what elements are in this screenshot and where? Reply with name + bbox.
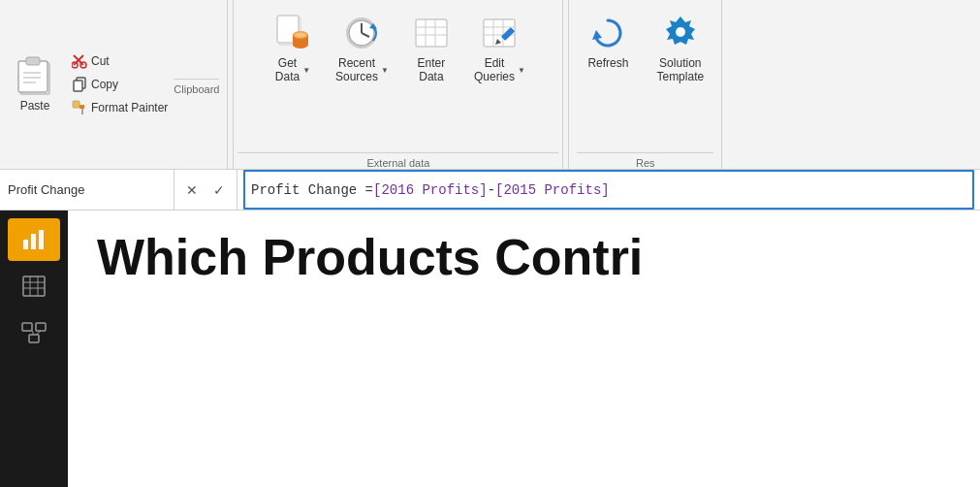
cancel-formula-button[interactable]: ✕ (180, 179, 204, 202)
formula-part1: [2016 Profits] (373, 182, 488, 198)
edit-queries-label: Edit Queries ▼ (474, 56, 525, 84)
clipboard-group: Paste Cut (0, 0, 228, 169)
svg-rect-11 (74, 81, 82, 91)
formula-part2: [2015 Profits] (495, 182, 610, 198)
svg-marker-37 (592, 30, 602, 40)
cut-label: Cut (91, 54, 110, 68)
refresh-button[interactable]: Refresh (577, 6, 639, 76)
recent-sources-label: Recent Sources ▼ (335, 56, 389, 84)
external-data-group: Get Data ▼ (234, 0, 563, 169)
format-painter-icon (72, 100, 87, 115)
copy-icon (72, 77, 87, 92)
formula-controls: ✕ ✓ (174, 170, 237, 210)
svg-rect-25 (416, 19, 447, 47)
copy-button[interactable]: Copy (66, 74, 174, 95)
copy-label: Copy (91, 78, 118, 91)
refresh-icon (586, 12, 629, 54)
paste-button[interactable]: Paste (8, 50, 66, 118)
paste-label: Paste (20, 99, 50, 113)
model-icon (20, 319, 47, 346)
svg-rect-40 (31, 234, 36, 249)
edit-queries-icon (478, 12, 521, 54)
format-painter-button[interactable]: Format Painter (66, 97, 174, 118)
svg-rect-48 (36, 323, 46, 331)
scissors-icon (72, 53, 87, 69)
recent-sources-arrow: ▼ (381, 66, 389, 76)
svg-rect-12 (73, 101, 79, 108)
paste-icon (14, 54, 56, 97)
refresh-label: Refresh (587, 56, 628, 70)
edit-queries-button[interactable]: Edit Queries ▼ (464, 6, 535, 90)
svg-rect-1 (18, 61, 47, 92)
formula-bar: Profit Change ✕ ✓ Profit Change = [2016 … (0, 170, 980, 211)
ribbon: Paste Cut (0, 0, 980, 170)
svg-rect-42 (23, 276, 45, 296)
get-data-button[interactable]: Get Data ▼ (262, 6, 324, 90)
chart-icon (20, 226, 47, 253)
svg-rect-2 (26, 57, 40, 65)
solution-template-label: Solution Template (656, 56, 704, 84)
sidebar-item-model[interactable] (8, 311, 60, 354)
recent-sources-button[interactable]: Recent Sources ▼ (326, 6, 398, 90)
svg-point-38 (676, 27, 685, 37)
clipboard-small-buttons: Cut Copy Format Painter (66, 50, 174, 118)
recent-sources-icon (340, 12, 383, 54)
page-title: Which Products Contri (97, 230, 643, 285)
svg-point-19 (295, 33, 306, 38)
solution-template-button[interactable]: Solution Template (647, 6, 713, 90)
enter-data-button[interactable]: Enter Data (400, 6, 462, 90)
sidebar-item-chart[interactable] (8, 218, 60, 261)
edit-queries-arrow: ▼ (518, 66, 525, 76)
sidebar (0, 211, 68, 487)
sidebar-item-table[interactable] (8, 265, 60, 308)
confirm-formula-button[interactable]: ✓ (207, 179, 231, 202)
svg-rect-41 (39, 230, 44, 249)
get-data-icon (271, 12, 314, 54)
svg-rect-47 (22, 323, 32, 331)
enter-data-label: Enter Data (418, 56, 446, 84)
res-buttons: Refresh Solution Template (577, 6, 713, 148)
formula-prefix: Profit Change = (251, 182, 373, 198)
formula-operator: - (488, 182, 495, 198)
content-area: Which Products Contri (0, 211, 980, 487)
name-box[interactable]: Profit Change (0, 170, 174, 210)
res-group: Refresh Solution Template Res (569, 0, 722, 169)
external-data-buttons: Get Data ▼ (262, 6, 535, 148)
formula-input[interactable]: Profit Change = [2016 Profits] - [2015 P… (243, 170, 974, 210)
solution-template-icon (659, 12, 702, 54)
get-data-arrow: ▼ (302, 66, 310, 76)
table-icon (20, 273, 47, 300)
clipboard-group-label: Clipboard (174, 79, 219, 95)
svg-rect-49 (29, 335, 39, 342)
enter-data-icon (410, 12, 453, 54)
svg-rect-39 (23, 240, 28, 249)
external-data-group-label: External data (237, 152, 558, 169)
main-content: Which Products Contri (68, 211, 980, 487)
cut-button[interactable]: Cut (66, 50, 174, 72)
format-painter-label: Format Painter (91, 101, 168, 114)
get-data-label: Get Data ▼ (275, 56, 310, 84)
res-group-label: Res (577, 152, 713, 169)
